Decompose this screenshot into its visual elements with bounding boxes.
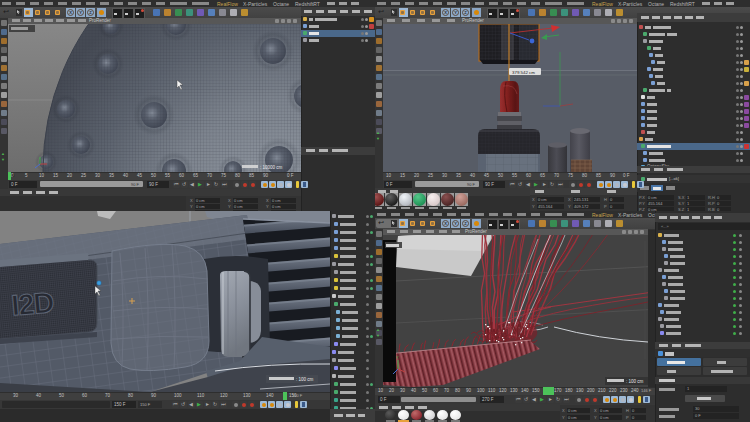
svg-text:Y: Y	[396, 355, 399, 360]
svg-text:I2D: I2D	[10, 286, 55, 322]
svg-text:379.542 cm: 379.542 cm	[512, 70, 535, 75]
svg-text:: 100 cm: : 100 cm	[626, 379, 644, 384]
svg-text:: 10000 cm: : 10000 cm	[260, 165, 283, 170]
svg-text:: 100 cm: : 100 cm	[296, 377, 314, 382]
